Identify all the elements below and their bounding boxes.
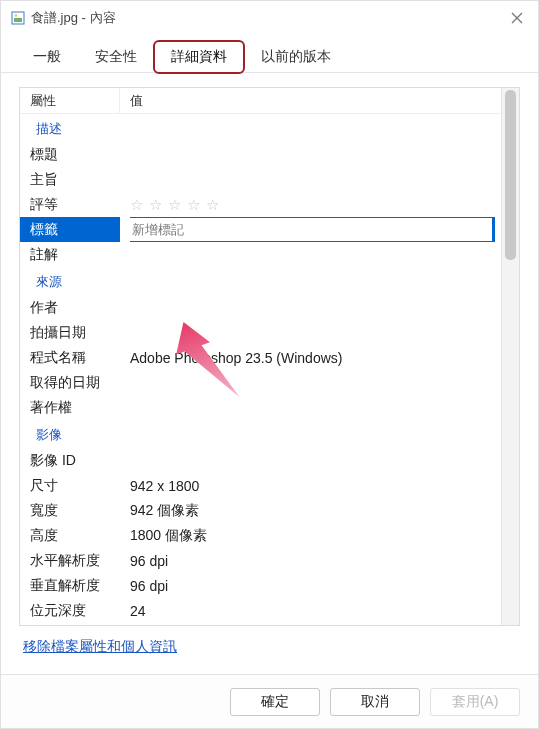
value-rating[interactable]: ☆☆☆☆☆ <box>120 192 501 217</box>
tab-general[interactable]: 一般 <box>15 40 79 74</box>
value-width[interactable]: 942 個像素 <box>120 498 501 523</box>
value-comments[interactable] <box>120 242 501 267</box>
vertical-scrollbar[interactable] <box>501 88 519 625</box>
label-title: 標題 <box>20 142 120 167</box>
value-bitdepth[interactable]: 24 <box>120 598 501 623</box>
value-program[interactable]: Adobe Photoshop 23.5 (Windows) <box>120 345 501 370</box>
remove-properties-link[interactable]: 移除檔案屬性和個人資訊 <box>23 638 177 654</box>
row-date-taken[interactable]: 拍攝日期 <box>20 320 501 345</box>
file-icon <box>11 11 25 25</box>
titlebar: 食譜.jpg - 內容 <box>1 1 538 35</box>
row-date-acquired[interactable]: 取得的日期 <box>20 370 501 395</box>
label-comments: 註解 <box>20 242 120 267</box>
label-subject: 主旨 <box>20 167 120 192</box>
value-hres[interactable]: 96 dpi <box>120 548 501 573</box>
tab-security[interactable]: 安全性 <box>77 40 155 74</box>
row-author[interactable]: 作者 <box>20 295 501 320</box>
label-author: 作者 <box>20 295 120 320</box>
cancel-button[interactable]: 取消 <box>330 688 420 716</box>
row-bitdepth[interactable]: 位元深度 24 <box>20 598 501 623</box>
label-bitdepth: 位元深度 <box>20 598 120 623</box>
value-image-id[interactable] <box>120 448 501 473</box>
value-subject[interactable] <box>120 167 501 192</box>
label-rating: 評等 <box>20 192 120 217</box>
row-vres[interactable]: 垂直解析度 96 dpi <box>20 573 501 598</box>
row-hres[interactable]: 水平解析度 96 dpi <box>20 548 501 573</box>
row-subject[interactable]: 主旨 <box>20 167 501 192</box>
value-dimensions[interactable]: 942 x 1800 <box>120 473 501 498</box>
value-title[interactable] <box>120 142 501 167</box>
dialog-buttons: 確定 取消 套用(A) <box>1 674 538 728</box>
remove-properties-link-row: 移除檔案屬性和個人資訊 <box>19 626 520 664</box>
row-title[interactable]: 標題 <box>20 142 501 167</box>
row-width[interactable]: 寬度 942 個像素 <box>20 498 501 523</box>
value-date-acquired[interactable] <box>120 370 501 395</box>
section-origin: 來源 <box>20 267 501 295</box>
label-program: 程式名稱 <box>20 345 120 370</box>
window-title: 食譜.jpg - 內容 <box>31 9 116 27</box>
tab-details[interactable]: 詳細資料 <box>153 40 245 74</box>
value-copyright[interactable] <box>120 395 501 420</box>
label-dimensions: 尺寸 <box>20 473 120 498</box>
row-tags[interactable]: 標籤 新增標記 <box>20 217 501 242</box>
section-image: 影像 <box>20 420 501 448</box>
tab-content: 屬性 值 描述 標題 主旨 評等 ☆☆☆☆☆ <box>1 73 538 674</box>
label-height: 高度 <box>20 523 120 548</box>
column-header-value[interactable]: 值 <box>120 92 501 110</box>
label-width: 寬度 <box>20 498 120 523</box>
label-tags: 標籤 <box>20 217 120 242</box>
close-button[interactable] <box>506 7 528 29</box>
row-program[interactable]: 程式名稱 Adobe Photoshop 23.5 (Windows) <box>20 345 501 370</box>
ok-button[interactable]: 確定 <box>230 688 320 716</box>
svg-rect-1 <box>14 18 22 22</box>
properties-dialog: 食譜.jpg - 內容 一般 安全性 詳細資料 以前的版本 屬性 值 描述 標題 <box>0 0 539 729</box>
row-dimensions[interactable]: 尺寸 942 x 1800 <box>20 473 501 498</box>
label-copyright: 著作權 <box>20 395 120 420</box>
label-hres: 水平解析度 <box>20 548 120 573</box>
value-author[interactable] <box>120 295 501 320</box>
row-copyright[interactable]: 著作權 <box>20 395 501 420</box>
scroll-thumb[interactable] <box>505 90 516 260</box>
tags-input[interactable]: 新增標記 <box>130 217 495 242</box>
label-date-taken: 拍攝日期 <box>20 320 120 345</box>
row-height[interactable]: 高度 1800 個像素 <box>20 523 501 548</box>
value-vres[interactable]: 96 dpi <box>120 573 501 598</box>
properties-list: 屬性 值 描述 標題 主旨 評等 ☆☆☆☆☆ <box>20 88 501 625</box>
column-header-property[interactable]: 屬性 <box>20 88 120 113</box>
label-image-id: 影像 ID <box>20 448 120 473</box>
row-comments[interactable]: 註解 <box>20 242 501 267</box>
label-date-acquired: 取得的日期 <box>20 370 120 395</box>
tab-previous-versions[interactable]: 以前的版本 <box>243 40 349 74</box>
value-date-taken[interactable] <box>120 320 501 345</box>
column-header-row: 屬性 值 <box>20 88 501 114</box>
value-height[interactable]: 1800 個像素 <box>120 523 501 548</box>
rating-stars-icon[interactable]: ☆☆☆☆☆ <box>130 196 225 214</box>
section-description: 描述 <box>20 114 501 142</box>
svg-point-2 <box>15 14 18 17</box>
row-image-id[interactable]: 影像 ID <box>20 448 501 473</box>
row-rating[interactable]: 評等 ☆☆☆☆☆ <box>20 192 501 217</box>
apply-button[interactable]: 套用(A) <box>430 688 520 716</box>
properties-panel: 屬性 值 描述 標題 主旨 評等 ☆☆☆☆☆ <box>19 87 520 626</box>
value-tags[interactable]: 新增標記 <box>120 217 501 242</box>
label-vres: 垂直解析度 <box>20 573 120 598</box>
tablist: 一般 安全性 詳細資料 以前的版本 <box>1 35 538 73</box>
